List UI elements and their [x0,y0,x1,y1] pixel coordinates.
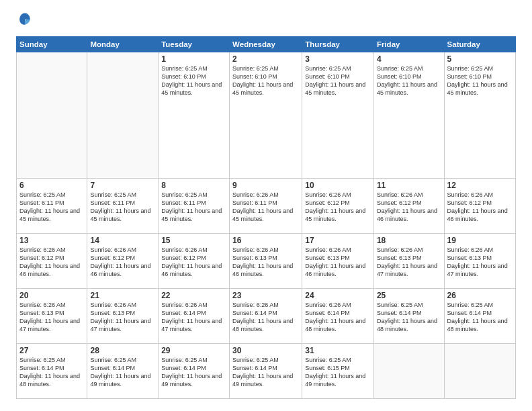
day-info: Sunrise: 6:25 AM Sunset: 6:11 PM Dayligh… [161,191,226,224]
calendar-day-cell: 1Sunrise: 6:25 AM Sunset: 6:10 PM Daylig… [159,52,230,179]
calendar-day-cell [373,344,444,399]
day-number: 22 [161,291,226,300]
day-info: Sunrise: 6:26 AM Sunset: 6:12 PM Dayligh… [447,191,513,224]
day-number: 21 [90,291,155,300]
day-info: Sunrise: 6:26 AM Sunset: 6:11 PM Dayligh… [232,191,299,224]
day-info: Sunrise: 6:26 AM Sunset: 6:12 PM Dayligh… [377,191,441,224]
calendar-day-cell: 20Sunrise: 6:26 AM Sunset: 6:13 PM Dayli… [17,289,87,344]
day-info: Sunrise: 6:25 AM Sunset: 6:10 PM Dayligh… [232,64,299,97]
calendar-day-cell: 21Sunrise: 6:26 AM Sunset: 6:13 PM Dayli… [87,289,159,344]
day-info: Sunrise: 6:26 AM Sunset: 6:13 PM Dayligh… [90,301,155,334]
day-number: 20 [19,291,84,300]
calendar-day-cell: 2Sunrise: 6:25 AM Sunset: 6:10 PM Daylig… [230,52,302,179]
calendar-week-row: 27Sunrise: 6:25 AM Sunset: 6:14 PM Dayli… [17,344,516,399]
day-info: Sunrise: 6:26 AM Sunset: 6:12 PM Dayligh… [305,191,371,224]
day-info: Sunrise: 6:26 AM Sunset: 6:14 PM Dayligh… [305,301,371,334]
day-number: 10 [305,181,371,190]
calendar-day-cell: 22Sunrise: 6:26 AM Sunset: 6:14 PM Dayli… [159,289,230,344]
calendar-day-cell: 11Sunrise: 6:26 AM Sunset: 6:12 PM Dayli… [373,179,444,234]
day-info: Sunrise: 6:25 AM Sunset: 6:14 PM Dayligh… [447,301,513,334]
day-number: 11 [377,181,441,190]
calendar-table: SundayMondayTuesdayWednesdayThursdayFrid… [16,36,516,399]
calendar-day-cell: 27Sunrise: 6:25 AM Sunset: 6:14 PM Dayli… [17,344,87,399]
day-number: 1 [161,54,226,64]
day-number: 15 [161,236,226,245]
day-number: 5 [447,54,513,64]
calendar-day-cell: 13Sunrise: 6:26 AM Sunset: 6:12 PM Dayli… [17,234,87,289]
calendar-header-cell-monday: Monday [87,37,159,52]
calendar-day-cell [17,52,87,179]
day-number: 31 [305,346,371,355]
calendar-header-cell-wednesday: Wednesday [230,37,302,52]
day-info: Sunrise: 6:25 AM Sunset: 6:14 PM Dayligh… [232,356,299,389]
calendar-body: 1Sunrise: 6:25 AM Sunset: 6:10 PM Daylig… [17,52,516,399]
day-info: Sunrise: 6:25 AM Sunset: 6:10 PM Dayligh… [447,64,513,97]
day-number: 4 [377,54,441,64]
calendar-day-cell: 7Sunrise: 6:25 AM Sunset: 6:11 PM Daylig… [87,179,159,234]
day-info: Sunrise: 6:25 AM Sunset: 6:14 PM Dayligh… [377,301,441,334]
calendar-week-row: 1Sunrise: 6:25 AM Sunset: 6:10 PM Daylig… [17,52,516,179]
day-info: Sunrise: 6:26 AM Sunset: 6:14 PM Dayligh… [232,301,299,334]
calendar-day-cell: 9Sunrise: 6:26 AM Sunset: 6:11 PM Daylig… [230,179,302,234]
calendar-day-cell: 18Sunrise: 6:26 AM Sunset: 6:13 PM Dayli… [373,234,444,289]
calendar-day-cell: 30Sunrise: 6:25 AM Sunset: 6:14 PM Dayli… [230,344,302,399]
calendar-day-cell: 6Sunrise: 6:25 AM Sunset: 6:11 PM Daylig… [17,179,87,234]
calendar-day-cell: 3Sunrise: 6:25 AM Sunset: 6:10 PM Daylig… [302,52,374,179]
day-number: 13 [19,236,84,245]
calendar-day-cell: 16Sunrise: 6:26 AM Sunset: 6:13 PM Dayli… [230,234,302,289]
calendar-day-cell: 15Sunrise: 6:26 AM Sunset: 6:12 PM Dayli… [159,234,230,289]
logo-icon [17,12,32,27]
logo [16,12,32,30]
day-number: 8 [161,181,226,190]
day-info: Sunrise: 6:25 AM Sunset: 6:10 PM Dayligh… [305,64,371,97]
day-info: Sunrise: 6:25 AM Sunset: 6:15 PM Dayligh… [305,356,371,389]
calendar-day-cell [87,52,159,179]
calendar-day-cell: 24Sunrise: 6:26 AM Sunset: 6:14 PM Dayli… [302,289,374,344]
calendar-day-cell: 26Sunrise: 6:25 AM Sunset: 6:14 PM Dayli… [444,289,515,344]
calendar-week-row: 20Sunrise: 6:26 AM Sunset: 6:13 PM Dayli… [17,289,516,344]
day-info: Sunrise: 6:26 AM Sunset: 6:12 PM Dayligh… [90,246,155,279]
day-number: 3 [305,54,371,64]
calendar-day-cell: 23Sunrise: 6:26 AM Sunset: 6:14 PM Dayli… [230,289,302,344]
day-info: Sunrise: 6:26 AM Sunset: 6:13 PM Dayligh… [377,246,441,279]
page-header [16,12,516,30]
day-number: 2 [232,54,299,64]
day-number: 30 [232,346,299,355]
calendar-header-cell-saturday: Saturday [444,37,515,52]
day-info: Sunrise: 6:25 AM Sunset: 6:10 PM Dayligh… [377,64,441,97]
day-info: Sunrise: 6:25 AM Sunset: 6:14 PM Dayligh… [19,356,84,389]
calendar-day-cell: 25Sunrise: 6:25 AM Sunset: 6:14 PM Dayli… [373,289,444,344]
day-info: Sunrise: 6:25 AM Sunset: 6:14 PM Dayligh… [161,356,226,389]
day-number: 12 [447,181,513,190]
day-number: 29 [161,346,226,355]
day-info: Sunrise: 6:26 AM Sunset: 6:13 PM Dayligh… [305,246,371,279]
day-info: Sunrise: 6:26 AM Sunset: 6:13 PM Dayligh… [19,301,84,334]
day-info: Sunrise: 6:26 AM Sunset: 6:13 PM Dayligh… [232,246,299,279]
day-info: Sunrise: 6:25 AM Sunset: 6:11 PM Dayligh… [90,191,155,224]
calendar-day-cell [444,344,515,399]
day-info: Sunrise: 6:25 AM Sunset: 6:14 PM Dayligh… [90,356,155,389]
calendar-header-cell-friday: Friday [373,37,444,52]
calendar-day-cell: 17Sunrise: 6:26 AM Sunset: 6:13 PM Dayli… [302,234,374,289]
day-number: 9 [232,181,299,190]
day-info: Sunrise: 6:26 AM Sunset: 6:12 PM Dayligh… [19,246,84,279]
day-info: Sunrise: 6:25 AM Sunset: 6:11 PM Dayligh… [19,191,84,224]
calendar-week-row: 6Sunrise: 6:25 AM Sunset: 6:11 PM Daylig… [17,179,516,234]
day-number: 27 [19,346,84,355]
day-number: 6 [19,181,84,190]
day-info: Sunrise: 6:25 AM Sunset: 6:10 PM Dayligh… [161,64,226,97]
calendar-header-row: SundayMondayTuesdayWednesdayThursdayFrid… [17,37,516,52]
calendar-day-cell: 19Sunrise: 6:26 AM Sunset: 6:13 PM Dayli… [444,234,515,289]
day-info: Sunrise: 6:26 AM Sunset: 6:12 PM Dayligh… [161,246,226,279]
calendar-header-cell-tuesday: Tuesday [159,37,230,52]
calendar-day-cell: 29Sunrise: 6:25 AM Sunset: 6:14 PM Dayli… [159,344,230,399]
day-info: Sunrise: 6:26 AM Sunset: 6:13 PM Dayligh… [447,246,513,279]
day-number: 23 [232,291,299,300]
calendar-week-row: 13Sunrise: 6:26 AM Sunset: 6:12 PM Dayli… [17,234,516,289]
day-number: 16 [232,236,299,245]
day-number: 24 [305,291,371,300]
calendar-header-cell-thursday: Thursday [302,37,374,52]
day-number: 19 [447,236,513,245]
day-number: 25 [377,291,441,300]
calendar-day-cell: 28Sunrise: 6:25 AM Sunset: 6:14 PM Dayli… [87,344,159,399]
